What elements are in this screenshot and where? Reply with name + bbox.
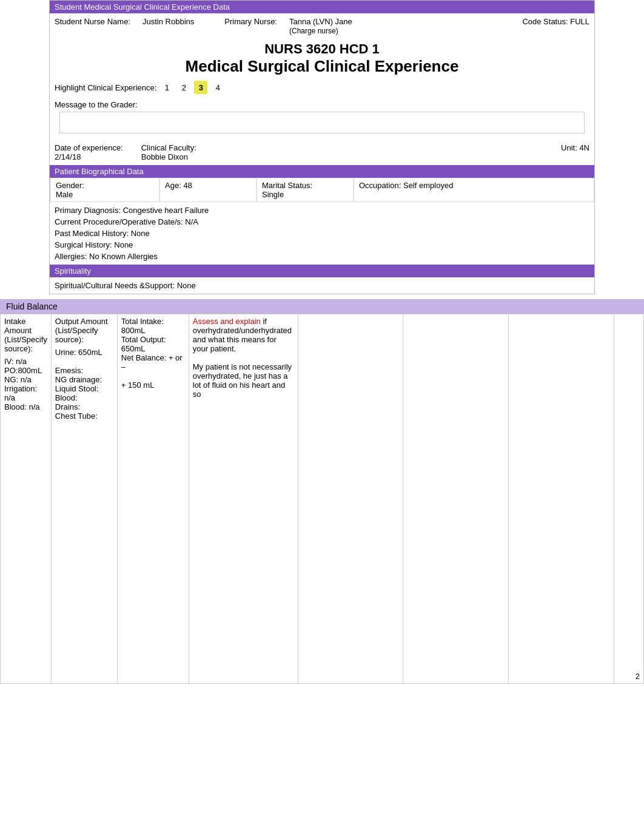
age-value: 48 (183, 181, 192, 190)
intake-header: Intake Amount (List/Specify source): (4, 317, 47, 353)
surgical-row: Surgical History: None (55, 239, 589, 251)
output-cell: Output Amount (List/Specify source): Uri… (51, 314, 117, 684)
highlight-num-3[interactable]: 3 (194, 81, 207, 94)
code-status-value: FULL (570, 17, 589, 26)
biographical-header-text: Patient Biographical Data (55, 167, 144, 176)
highlight-row: Highlight Clinical Experience: 1 2 3 4 (50, 78, 594, 96)
center-title-block: NURS 3620 HCD 1 Medical Surgical Clinica… (50, 39, 594, 78)
biographical-header: Patient Biographical Data (50, 165, 594, 178)
date-value: 2/14/18 (55, 152, 81, 161)
surgical-label: Surgical History: (55, 240, 112, 249)
fluid-table-row: Intake Amount (List/Specify source): IV:… (1, 314, 644, 684)
purple-header-text: Student Medical Surgical Clinical Experi… (55, 2, 230, 12)
experience-title: Medical Surgical Clinical Experience (50, 57, 594, 76)
age-cell: Age: 48 (159, 178, 257, 202)
biographical-grid: Gender: Male Age: 48 Marital Status: Sin… (50, 178, 594, 202)
empty-col-3 (509, 314, 614, 684)
spirituality-header-text: Spirituality (55, 266, 91, 276)
message-row-wrapper: Message to the Grader: (50, 96, 594, 140)
fluid-balance-table: Intake Amount (List/Specify source): IV:… (0, 314, 644, 684)
procedure-value: N/A (185, 217, 198, 226)
primary-diagnosis-label: Primary Diagnosis: (55, 206, 121, 215)
date-block: Date of experience: 2/14/18 (55, 143, 123, 161)
student-nurse-value: Justin Robbins (143, 17, 194, 35)
assess-suffix: if overhydrated/underhydrated and what t… (193, 317, 292, 399)
occupation-value: Self employed (403, 181, 453, 190)
purple-header-bar: Student Medical Surgical Clinical Experi… (50, 1, 594, 13)
spiritual-needs-label: Spiritual/Cultural Needs &Support: (55, 281, 175, 290)
output-content: Urine: 650mL Emesis: NG drainage: Liquid… (55, 348, 113, 421)
marital-label: Marital Status: (262, 181, 312, 190)
faculty-label: Clinical Faculty: (141, 143, 196, 152)
page-wrapper: Student Medical Surgical Clinical Experi… (0, 0, 644, 684)
age-label: Age: (165, 181, 181, 190)
course-title: NURS 3620 HCD 1 (50, 41, 594, 57)
message-input-area[interactable] (59, 112, 585, 134)
assess-cell: Assess and explain if overhydrated/under… (189, 314, 298, 684)
date-faculty-row: Date of experience: 2/14/18 Clinical Fac… (50, 140, 594, 165)
allergies-label: Allergies: (55, 252, 87, 261)
occupation-cell: Occupation: Self employed (354, 178, 594, 202)
diagnosis-section: Primary Diagnosis: Congestive heart Fail… (50, 202, 594, 265)
top-section-border: Student Medical Surgical Clinical Experi… (49, 0, 595, 294)
student-info-row: Student Nurse Name: Justin Robbins Prima… (50, 13, 594, 39)
marital-value: Single (262, 190, 284, 199)
spirituality-header: Spirituality (50, 265, 594, 277)
message-label: Message to the Grader: (55, 100, 589, 109)
gender-label: Gender: (56, 181, 84, 190)
surgical-value: None (114, 240, 133, 249)
fluid-balance-label: Fluid Balance (6, 302, 58, 311)
past-medical-label: Past Medical History: (55, 229, 129, 238)
primary-nurse-value: Tanna (LVN) Jane (Charge nurse) (289, 17, 352, 35)
code-status-group: Code Status: FULL (522, 17, 589, 35)
output-header: Output Amount (List/Specify source): (55, 317, 113, 344)
fluid-balance-header: Fluid Balance (0, 299, 644, 314)
primary-nurse-label: Primary Nurse: (224, 17, 277, 35)
student-nurse-label: Student Nurse Name: (55, 17, 130, 35)
procedure-row: Current Procedure/Operative Date/s: N/A (55, 216, 589, 228)
past-medical-value: None (131, 229, 150, 238)
procedure-label: Current Procedure/Operative Date/s: (55, 217, 183, 226)
fluid-balance-section: Fluid Balance Intake Amount (List/Specif… (0, 299, 644, 684)
total-cell: Total Intake: 800mL Total Output: 650mL … (117, 314, 189, 684)
total-header: Total Intake: 800mL Total Output: 650mL … (121, 317, 185, 390)
allergies-row: Allergies: No Known Allergies (55, 251, 589, 262)
empty-col-1 (298, 314, 403, 684)
highlight-num-4[interactable]: 4 (211, 81, 224, 94)
highlight-label: Highlight Clinical Experience: (55, 83, 156, 92)
page-number-cell: 2 (614, 314, 644, 684)
faculty-value: Bobbie Dixon (141, 152, 188, 161)
intake-content: IV: n/a PO:800mL NG: n/a Irrigation: n/a… (4, 357, 47, 411)
spiritual-needs-row: Spiritual/Cultural Needs &Support: None (55, 280, 589, 291)
highlight-num-2[interactable]: 2 (177, 81, 190, 94)
spirituality-section: Spiritual/Cultural Needs &Support: None (50, 277, 594, 294)
occupation-label: Occupation: (359, 181, 401, 190)
intake-cell: Intake Amount (List/Specify source): IV:… (1, 314, 52, 684)
allergies-value: No Known Allergies (89, 252, 158, 261)
past-medical-row: Past Medical History: None (55, 228, 589, 239)
gender-cell: Gender: Male (50, 178, 159, 202)
primary-diagnosis: Primary Diagnosis: Congestive heart Fail… (55, 205, 589, 216)
code-status-label: Code Status: (522, 17, 568, 26)
highlight-num-1[interactable]: 1 (160, 81, 173, 94)
primary-diagnosis-value: Congestive heart Failure (123, 206, 209, 215)
faculty-block: Clinical Faculty: Bobbie Dixon (141, 143, 196, 161)
unit-value: 4N (579, 143, 589, 152)
gender-value: Male (56, 190, 73, 199)
unit-label: Unit: (561, 143, 577, 152)
assess-red-text: Assess and explain (193, 317, 261, 326)
spiritual-needs-value: None (177, 281, 196, 290)
empty-col-2 (403, 314, 509, 684)
date-label: Date of experience: (55, 143, 123, 152)
page-number: 2 (636, 672, 640, 681)
assess-content: Assess and explain if overhydrated/under… (193, 317, 294, 399)
unit-block: Unit: 4N (561, 143, 589, 161)
marital-cell: Marital Status: Single (257, 178, 354, 202)
